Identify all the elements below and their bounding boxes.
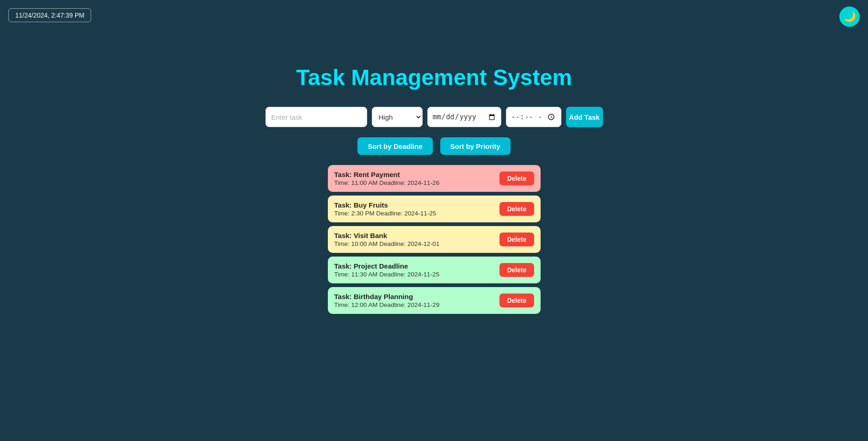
delete-task-button[interactable]: Delete <box>499 172 534 185</box>
input-row: High Medium Low Add Task <box>265 107 603 127</box>
moon-icon: 🌙 <box>843 11 856 23</box>
delete-task-button[interactable]: Delete <box>499 202 534 216</box>
task-item: Task: Birthday PlanningTime: 12:00 AM De… <box>328 287 541 314</box>
task-name: Task: Rent Payment <box>334 171 440 178</box>
sort-by-priority-button[interactable]: Sort by Priority <box>440 137 511 155</box>
task-item: Task: Rent PaymentTime: 11:00 AM Deadlin… <box>328 165 541 192</box>
task-item: Task: Project DeadlineTime: 11:30 AM Dea… <box>328 257 541 283</box>
task-details: Time: 10:00 AM Deadline: 2024-12-01 <box>334 240 440 247</box>
add-task-button[interactable]: Add Task <box>566 107 603 127</box>
date-input[interactable] <box>427 107 501 127</box>
task-details: Time: 2:30 PM Deadline: 2024-11-25 <box>334 210 437 217</box>
sort-by-deadline-button[interactable]: Sort by Deadline <box>357 137 432 155</box>
datetime-display: 11/24/2024, 2:47:39 PM <box>8 8 91 22</box>
task-name: Task: Visit Bank <box>334 232 440 239</box>
task-name: Task: Birthday Planning <box>334 293 440 300</box>
main-content: Task Management System High Medium Low A… <box>0 0 868 314</box>
task-details: Time: 11:00 AM Deadline: 2024-11-26 <box>334 179 440 186</box>
task-info: Task: Project DeadlineTime: 11:30 AM Dea… <box>334 262 440 278</box>
task-info: Task: Buy FruitsTime: 2:30 PM Deadline: … <box>334 201 437 217</box>
delete-task-button[interactable]: Delete <box>499 263 534 277</box>
task-item: Task: Visit BankTime: 10:00 AM Deadline:… <box>328 226 541 253</box>
task-input[interactable] <box>265 107 367 127</box>
task-details: Time: 12:00 AM Deadline: 2024-11-29 <box>334 301 440 308</box>
sort-row: Sort by Deadline Sort by Priority <box>357 137 511 155</box>
task-name: Task: Buy Fruits <box>334 201 437 209</box>
task-info: Task: Visit BankTime: 10:00 AM Deadline:… <box>334 232 440 247</box>
tasks-list: Task: Rent PaymentTime: 11:00 AM Deadlin… <box>328 165 541 314</box>
task-name: Task: Project Deadline <box>334 262 440 270</box>
delete-task-button[interactable]: Delete <box>499 233 534 246</box>
delete-task-button[interactable]: Delete <box>499 294 534 307</box>
task-details: Time: 11:30 AM Deadline: 2024-11-25 <box>334 271 440 278</box>
theme-toggle-button[interactable]: 🌙 <box>839 6 860 27</box>
task-item: Task: Buy FruitsTime: 2:30 PM Deadline: … <box>328 196 541 222</box>
time-input[interactable] <box>506 107 561 127</box>
task-info: Task: Birthday PlanningTime: 12:00 AM De… <box>334 293 440 308</box>
priority-select[interactable]: High Medium Low <box>372 107 423 127</box>
page-title: Task Management System <box>296 65 572 90</box>
task-info: Task: Rent PaymentTime: 11:00 AM Deadlin… <box>334 171 440 186</box>
